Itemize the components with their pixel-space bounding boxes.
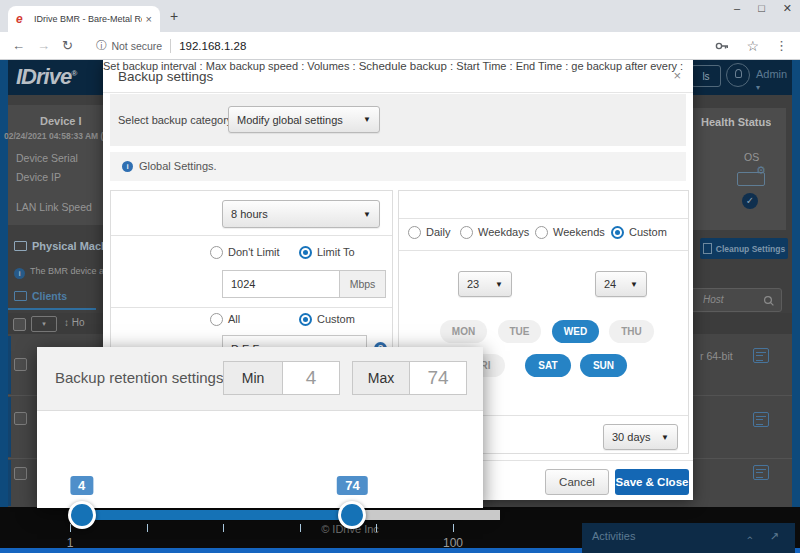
- slider-tick: [453, 524, 454, 532]
- select-all-checkbox[interactable]: [13, 318, 26, 331]
- tab-close-icon[interactable]: ×: [146, 13, 152, 25]
- weekdays-radio[interactable]: Weekdays: [460, 226, 529, 239]
- start-time-select[interactable]: 23▼: [458, 271, 512, 297]
- row-accent: [8, 336, 11, 394]
- day-pill-tue[interactable]: TUE: [498, 320, 541, 343]
- back-icon[interactable]: ←: [12, 38, 25, 53]
- bookmark-star-icon[interactable]: ☆: [746, 38, 759, 54]
- divider: [111, 235, 392, 236]
- bmr-note: iThe BMR device au: [14, 266, 109, 279]
- schedule-calendar-icon[interactable]: [753, 412, 769, 427]
- slider-tick: [300, 524, 301, 532]
- device-info-heading: Device I: [40, 115, 103, 127]
- machine-icon: [14, 241, 27, 251]
- window-close-button[interactable]: ✕: [783, 2, 792, 15]
- day-pill-thu[interactable]: THU: [609, 320, 654, 343]
- window-minimize-button[interactable]: –: [734, 2, 740, 15]
- search-placeholder: Host: [703, 294, 724, 305]
- idrive-logo: IDrive®: [16, 64, 76, 90]
- url-text[interactable]: 192.168.1.28: [179, 40, 246, 52]
- daily-radio[interactable]: Daily: [408, 226, 450, 239]
- max-label: Max: [352, 361, 410, 395]
- row-accent: [8, 397, 11, 457]
- retention-header: Backup retention settings : Min 4 Max 74: [37, 347, 483, 411]
- browser-menu-icon[interactable]: ⋮: [775, 38, 788, 53]
- help-bulb-icon[interactable]: [726, 63, 750, 87]
- device-serial-label: Device Serial: [16, 152, 78, 164]
- page-content: IDrive® ls Admin ▾ Device I 02/24/2021 0…: [0, 60, 800, 553]
- radio-icon: [299, 313, 312, 326]
- row-checkbox[interactable]: [14, 467, 27, 480]
- key-icon[interactable]: [714, 38, 730, 54]
- all-volumes-radio[interactable]: All: [210, 313, 240, 326]
- admin-menu[interactable]: Admin ▾: [756, 68, 792, 92]
- device-ip-label: Device IP: [16, 171, 61, 183]
- health-check-icon: ✓: [742, 193, 758, 209]
- retention-label: Backup retention settings :: [55, 369, 232, 386]
- clients-tab-underline: [8, 308, 96, 310]
- category-select[interactable]: Modify global settings▼: [228, 106, 380, 133]
- custom-volumes-radio[interactable]: Custom: [299, 313, 355, 326]
- radio-icon: [299, 246, 312, 259]
- reload-icon[interactable]: ↻: [62, 38, 73, 53]
- chevron-down-icon: ▾: [756, 83, 760, 92]
- row-os-text: r 64-bit: [700, 350, 733, 362]
- tab-clients[interactable]: Clients: [14, 290, 67, 302]
- day-pill-sat[interactable]: SAT: [525, 354, 571, 377]
- select-caret-icon: ▼: [363, 210, 371, 219]
- min-slider-handle[interactable]: [68, 501, 96, 529]
- limit-to-radio[interactable]: Limit To: [299, 246, 355, 259]
- radio-icon: [611, 226, 624, 239]
- day-pill-mon[interactable]: MON: [440, 320, 487, 343]
- schedule-calendar-icon[interactable]: [753, 465, 769, 480]
- collapse-chevron-icon[interactable]: ›: [743, 536, 755, 540]
- slider-tick: [223, 524, 224, 532]
- expand-icon[interactable]: ↗: [770, 530, 779, 543]
- row-checkbox[interactable]: [14, 358, 27, 371]
- partial-nav-button[interactable]: ls: [691, 65, 721, 87]
- schedule-calendar-icon[interactable]: [753, 348, 769, 363]
- activities-panel[interactable]: Activities › ↗: [582, 523, 795, 553]
- select-caret-icon: ▼: [495, 280, 503, 289]
- end-time-select[interactable]: 24▼: [595, 271, 647, 297]
- day-pill-wed[interactable]: WED: [552, 320, 599, 343]
- new-tab-button[interactable]: +: [170, 8, 178, 24]
- omnibox[interactable]: ⓘ Not secure 192.168.1.28: [91, 39, 715, 53]
- cleanup-settings-button[interactable]: Cleanup Settings: [700, 238, 788, 259]
- dont-limit-radio[interactable]: Don't Limit: [210, 246, 280, 259]
- row-accent: [8, 460, 11, 506]
- host-column-header[interactable]: ↕ Ho: [64, 317, 85, 328]
- weekends-radio[interactable]: Weekends: [535, 226, 605, 239]
- retention-slider: 1 100 4 74: [70, 410, 453, 508]
- forward-icon[interactable]: →: [37, 38, 50, 53]
- save-close-button[interactable]: Save & Close: [615, 469, 689, 495]
- speed-input[interactable]: 1024: [222, 270, 340, 298]
- interval-select[interactable]: 8 hours▼: [222, 200, 380, 228]
- custom-schedule-radio[interactable]: Custom: [611, 226, 667, 239]
- divider: [399, 218, 688, 219]
- window-maximize-button[interactable]: □: [758, 2, 765, 15]
- purge-select[interactable]: 30 days▼: [603, 424, 678, 450]
- scale-min-label: 1: [67, 536, 74, 550]
- info-icon: i: [14, 268, 25, 279]
- page-info-icon[interactable]: ⓘ: [96, 39, 107, 53]
- day-pill-sun[interactable]: SUN: [580, 354, 627, 377]
- min-handle-tooltip: 4: [70, 476, 93, 495]
- info-icon: i: [122, 161, 133, 172]
- address-bar: ← → ↻ ⓘ Not secure 192.168.1.28 ☆ ⋮: [0, 32, 800, 60]
- site-favicon-icon: e: [16, 13, 28, 25]
- scale-max-label: 100: [443, 536, 463, 550]
- browser-tab[interactable]: e IDrive BMR - Bare-Metal Restore ×: [8, 6, 160, 32]
- header-dropdown-button[interactable]: ▾: [31, 316, 57, 332]
- cancel-button[interactable]: Cancel: [545, 469, 609, 495]
- speed-unit: Mbps: [340, 270, 386, 298]
- min-value[interactable]: 4: [283, 361, 340, 395]
- omnibox-divider: [170, 39, 171, 53]
- search-icon: [763, 295, 775, 307]
- slider-tick: [376, 524, 377, 532]
- max-value[interactable]: 74: [410, 361, 467, 395]
- radio-icon: [210, 313, 223, 326]
- modal-close-icon[interactable]: ×: [673, 68, 681, 83]
- row-checkbox[interactable]: [14, 412, 27, 425]
- cleanup-icon: [703, 243, 712, 254]
